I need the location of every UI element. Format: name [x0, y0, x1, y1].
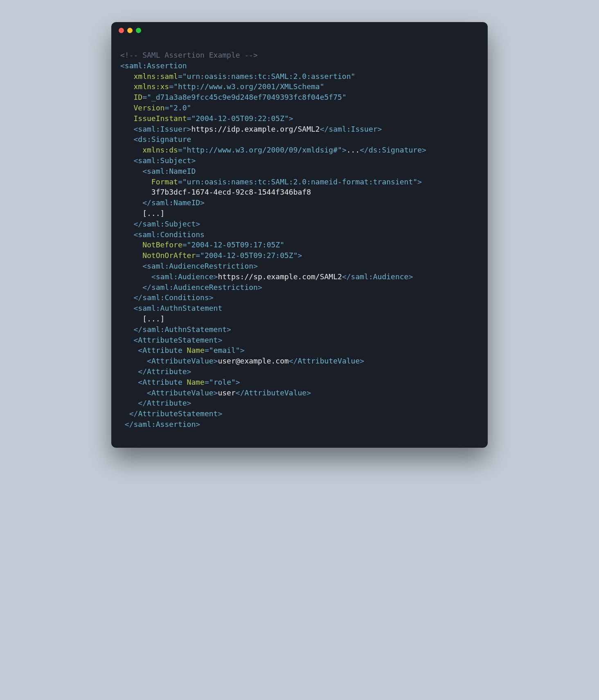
root-close-tag: saml:Assertion	[134, 420, 196, 429]
code-block: <!-- SAML Assertion Example --> <saml:As…	[111, 46, 488, 440]
close-icon[interactable]	[119, 28, 124, 33]
code-window: <!-- SAML Assertion Example --> <saml:As…	[111, 22, 488, 448]
code-comment: SAML Assertion Example	[142, 51, 240, 59]
window-titlebar	[111, 22, 488, 38]
zoom-icon[interactable]	[136, 28, 141, 33]
minimize-icon[interactable]	[127, 28, 133, 33]
root-open-tag: saml:Assertion	[125, 61, 187, 70]
